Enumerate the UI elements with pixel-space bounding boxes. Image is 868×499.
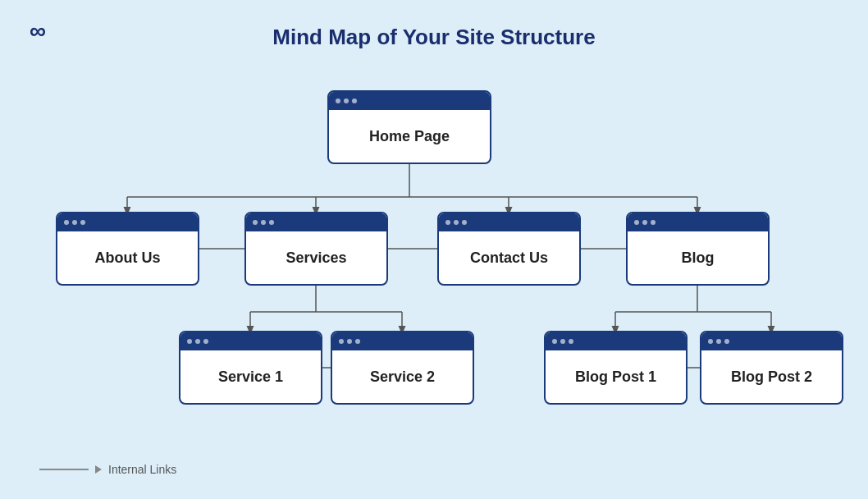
card-titlebar-home [329, 92, 490, 110]
card-service1: Service 1 [179, 331, 322, 405]
dot [716, 339, 721, 344]
page-container: ∞ Mind Map of Your Site Structure [0, 0, 868, 499]
card-titlebar-blogpost2 [701, 332, 842, 350]
dot [708, 339, 713, 344]
dot [344, 98, 349, 103]
dot [187, 339, 192, 344]
dot [336, 98, 340, 103]
dot [552, 339, 557, 344]
dot [203, 339, 208, 344]
card-label-service2: Service 2 [332, 350, 473, 403]
card-label-home: Home Page [329, 110, 490, 163]
dot [634, 220, 639, 225]
card-blogpost2: Blog Post 2 [700, 331, 843, 405]
dot [462, 220, 467, 225]
card-label-blogpost2: Blog Post 2 [701, 350, 842, 403]
dot [569, 339, 573, 344]
dot [642, 220, 647, 225]
card-label-contact: Contact Us [439, 231, 579, 284]
dot [253, 220, 258, 225]
dot [352, 98, 357, 103]
card-home: Home Page [327, 90, 491, 164]
dot [195, 339, 200, 344]
card-blogpost1: Blog Post 1 [544, 331, 688, 405]
dot [339, 339, 344, 344]
card-titlebar-service1 [180, 332, 321, 350]
dot [261, 220, 266, 225]
legend-label: Internal Links [108, 463, 176, 476]
dot [651, 220, 656, 225]
legend-arrow-icon [95, 465, 102, 474]
card-titlebar-services [246, 213, 386, 231]
card-titlebar-blogpost1 [546, 332, 686, 350]
card-label-blogpost1: Blog Post 1 [546, 350, 686, 403]
card-titlebar-blog [628, 213, 768, 231]
dot [347, 339, 352, 344]
card-label-service1: Service 1 [180, 350, 321, 403]
card-titlebar-contact [439, 213, 579, 231]
card-label-about: About Us [57, 231, 198, 284]
card-label-blog: Blog [628, 231, 768, 284]
dot [560, 339, 565, 344]
card-about: About Us [56, 212, 199, 286]
dot [269, 220, 274, 225]
card-titlebar-service2 [332, 332, 473, 350]
dot [80, 220, 85, 225]
dot [724, 339, 729, 344]
dot [445, 220, 450, 225]
card-label-services: Services [246, 231, 386, 284]
page-title: Mind Map of Your Site Structure [0, 25, 868, 50]
dot [64, 220, 69, 225]
legend: Internal Links [39, 463, 176, 476]
card-contact: Contact Us [437, 212, 581, 286]
legend-line [39, 469, 89, 470]
dot [72, 220, 77, 225]
card-titlebar-about [57, 213, 198, 231]
card-services: Services [244, 212, 388, 286]
card-service2: Service 2 [331, 331, 474, 405]
dot [355, 339, 360, 344]
dot [454, 220, 459, 225]
card-blog: Blog [626, 212, 770, 286]
